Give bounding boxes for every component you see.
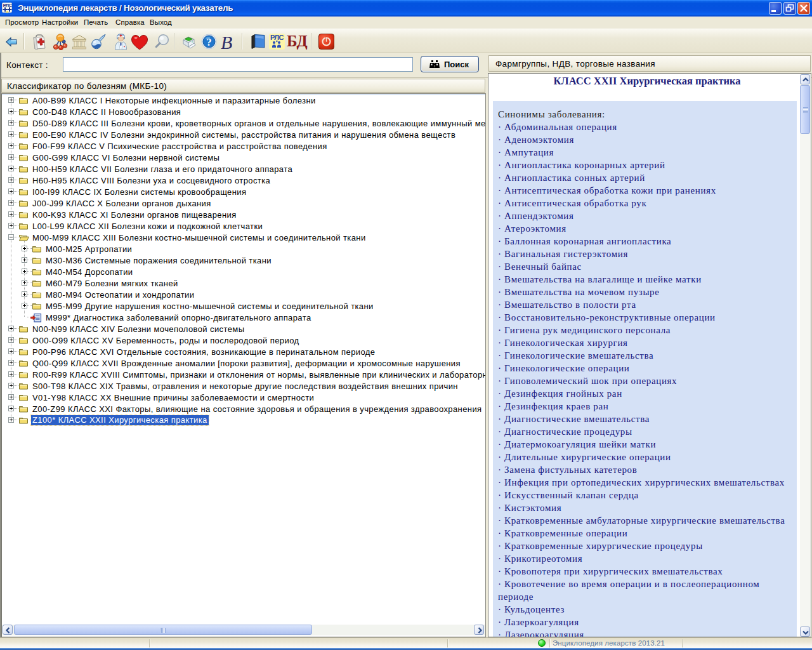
svg-text:?: ? [206, 36, 212, 48]
